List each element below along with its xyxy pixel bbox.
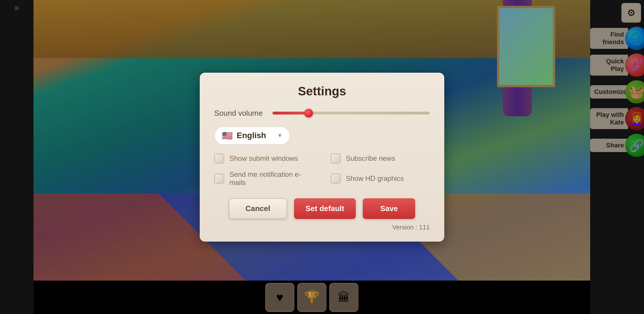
show-submit-windows-checkbox[interactable] — [214, 154, 224, 163]
subscribe-news-checkbox[interactable] — [331, 154, 341, 163]
slider-track — [273, 112, 430, 115]
subscribe-news-label: Subscribe news — [346, 154, 395, 163]
modal-overlay: Settings Sound volume 🇺🇸 English ▼ Show … — [0, 0, 644, 314]
show-submit-windows-row[interactable]: Show submit windows — [214, 154, 313, 163]
checkboxes-grid: Show submit windows Subscribe news Send … — [214, 154, 430, 187]
send-notification-emails-checkbox[interactable] — [214, 174, 224, 183]
slider-fill — [273, 112, 309, 115]
version-text: Version : 111 — [214, 224, 430, 231]
chevron-down-icon: ▼ — [277, 133, 282, 139]
send-notification-emails-label: Send me notification e-mails — [229, 170, 313, 187]
set-default-button[interactable]: Set default — [294, 198, 356, 219]
show-hd-graphics-label: Show HD graphics — [346, 174, 404, 183]
language-dropdown[interactable]: 🇺🇸 English ▼ — [214, 126, 290, 145]
settings-modal: Settings Sound volume 🇺🇸 English ▼ Show … — [200, 73, 444, 242]
sound-volume-row: Sound volume — [214, 109, 430, 118]
cancel-button[interactable]: Cancel — [229, 198, 287, 219]
show-submit-windows-label: Show submit windows — [229, 154, 298, 163]
settings-title: Settings — [214, 84, 430, 98]
flag-icon: 🇺🇸 — [222, 131, 233, 141]
subscribe-news-row[interactable]: Subscribe news — [331, 154, 430, 163]
slider-thumb[interactable] — [304, 109, 313, 117]
save-button[interactable]: Save — [363, 198, 415, 219]
show-hd-graphics-checkbox[interactable] — [331, 174, 341, 183]
sound-volume-slider[interactable] — [273, 110, 430, 116]
sound-volume-label: Sound volume — [214, 109, 273, 118]
modal-buttons: Cancel Set default Save — [214, 198, 430, 219]
show-hd-graphics-row[interactable]: Show HD graphics — [331, 170, 430, 187]
send-notification-emails-row[interactable]: Send me notification e-mails — [214, 170, 313, 187]
language-selected: English — [237, 131, 273, 140]
